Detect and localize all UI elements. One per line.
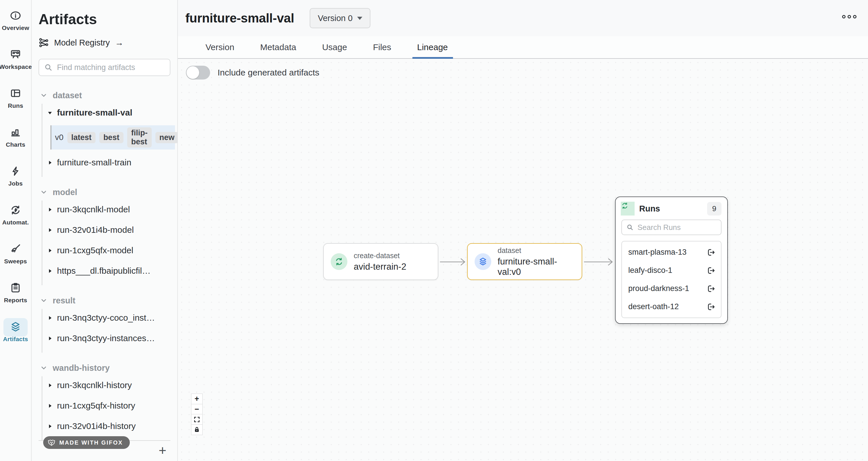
artifacts-sidebar: Artifacts Model Registry → dataset — [32, 0, 178, 461]
open-run-icon[interactable] — [706, 266, 716, 276]
tree-section-header[interactable]: wandb-history — [32, 361, 177, 375]
tree-item-furniture-small-val[interactable]: furniture-small-val — [42, 106, 177, 119]
model-registry-link[interactable]: Model Registry → — [38, 37, 177, 48]
zoom-in-button[interactable]: + — [191, 394, 203, 404]
automation-cycle-icon — [10, 204, 21, 217]
tree-item[interactable]: run-1cxg5qfx-model — [42, 244, 177, 257]
tree-section-wandb-history: wandb-history run-3kqcnlkl-history run-1… — [32, 361, 177, 440]
tree-section-header[interactable]: dataset — [32, 89, 177, 102]
tab-usage[interactable]: Usage — [322, 36, 347, 58]
run-row-smart-plasma-13[interactable]: smart-plasma-13 — [622, 243, 721, 261]
triangle-right-icon — [48, 336, 52, 341]
sidebar-title: Artifacts — [38, 11, 177, 28]
tree-section-header[interactable]: result — [32, 294, 177, 307]
tree-item[interactable]: run-3nq3ctyy-coco_inst… — [42, 311, 177, 324]
version-dropdown-label: Version 0 — [318, 13, 352, 23]
run-sync-icon — [621, 202, 634, 215]
run-sync-icon — [331, 253, 347, 270]
alias-badge: filip-best — [127, 127, 152, 147]
node-type-label: create-dataset — [354, 252, 406, 260]
clipboard-icon — [10, 282, 21, 295]
sidebar-item-charts[interactable]: Charts — [0, 126, 31, 148]
chevron-down-icon — [40, 297, 48, 304]
lock-icon — [193, 426, 200, 433]
sidebar-item-overview[interactable]: Overview — [0, 10, 31, 31]
tree-item-furniture-small-train[interactable]: furniture-small-train — [42, 156, 177, 169]
sidebar-item-sweeps[interactable]: Sweeps — [0, 243, 31, 265]
main-panel: furniture-small-val Version 0 Version Me… — [178, 0, 868, 461]
version-dropdown[interactable]: Version 0 — [310, 8, 370, 28]
menu-dot-icon — [847, 15, 851, 19]
lineage-node-dataset[interactable]: dataset furniture-small-val:v0 — [467, 243, 582, 280]
tree-section-dataset: dataset furniture-small-val v0 latest be… — [32, 89, 177, 177]
add-artifact-button[interactable]: + — [159, 444, 166, 457]
nav-label: Workspace — [0, 63, 32, 70]
sidebar-item-runs[interactable]: Runs — [0, 88, 31, 109]
menu-dot-icon — [853, 15, 857, 19]
toggle-knob — [186, 66, 199, 79]
triangle-right-icon — [48, 207, 52, 212]
open-run-icon[interactable] — [706, 284, 716, 294]
caret-down-icon — [357, 17, 362, 20]
runs-search-input[interactable] — [638, 223, 717, 232]
open-run-icon[interactable] — [706, 302, 716, 312]
alias-badge: latest — [67, 132, 96, 143]
tree-item[interactable]: https___dl.fbaipublicfil… — [42, 264, 177, 278]
nav-label: Reports — [4, 297, 27, 304]
sidebar-item-artifacts[interactable]: Artifacts — [0, 321, 31, 343]
run-row-leafy-disco-1[interactable]: leafy-disco-1 — [622, 261, 721, 280]
dataset-layers-icon — [474, 253, 491, 270]
tree-section-header[interactable]: model — [32, 185, 177, 199]
tree-section-model: model run-3kqcnlkl-model run-32v01i4b-mo… — [32, 185, 177, 285]
bar-chart-icon — [10, 126, 21, 139]
tree-item[interactable]: run-32v01i4b-model — [42, 223, 177, 236]
lock-button[interactable] — [191, 424, 203, 435]
artifact-search-input[interactable] — [57, 63, 165, 72]
tree-item[interactable]: run-32v01i4b-history — [42, 420, 177, 433]
version-row-selected[interactable]: v0 latest best filip-best new — [50, 125, 175, 149]
model-registry-label: Model Registry — [54, 38, 110, 48]
generated-artifacts-toggle-row: Include generated artifacts — [186, 66, 319, 80]
tab-files[interactable]: Files — [373, 36, 391, 58]
node-name: furniture-small-val:v0 — [498, 256, 575, 277]
sidebar-item-jobs[interactable]: Jobs — [0, 165, 31, 187]
runs-panel-title: Runs — [639, 204, 660, 213]
layers-icon — [3, 318, 28, 337]
zoom-out-button[interactable]: − — [191, 404, 203, 414]
tree-item[interactable]: run-3kqcnlkl-model — [42, 203, 177, 216]
lineage-node-create-dataset[interactable]: create-dataset avid-terrain-2 — [323, 243, 438, 280]
include-generated-toggle[interactable] — [186, 66, 210, 80]
nav-label: Charts — [6, 141, 25, 148]
alias-badge: best — [99, 132, 123, 143]
node-name: avid-terrain-2 — [354, 262, 406, 272]
lineage-canvas[interactable]: Include generated artifacts create-datas… — [178, 59, 868, 461]
arrow-right-icon: → — [115, 38, 123, 48]
menu-dot-icon — [842, 15, 845, 19]
runs-count-badge: 9 — [707, 202, 721, 215]
search-icon — [626, 223, 634, 231]
network-icon — [38, 37, 49, 48]
fox-icon — [47, 439, 56, 446]
page-title: furniture-small-val — [185, 11, 294, 25]
run-row-proud-darkness-1[interactable]: proud-darkness-1 — [622, 280, 721, 298]
sidebar-item-reports[interactable]: Reports — [0, 282, 31, 304]
tree-item[interactable]: run-3kqcnlkl-history — [42, 379, 177, 392]
tab-lineage[interactable]: Lineage — [417, 36, 448, 58]
sidebar-item-automations[interactable]: Automat. — [0, 204, 31, 226]
info-icon — [10, 10, 21, 23]
tab-metadata[interactable]: Metadata — [260, 36, 296, 58]
search-icon — [44, 63, 53, 72]
run-row-desert-oath-12[interactable]: desert-oath-12 — [622, 298, 721, 316]
fit-view-button[interactable] — [191, 414, 203, 425]
open-run-icon[interactable] — [706, 248, 716, 257]
tree-item[interactable]: run-1cxg5qfx-history — [42, 399, 177, 412]
sidebar-item-workspace[interactable]: Workspace — [0, 49, 31, 70]
overflow-menu-button[interactable] — [842, 15, 857, 19]
table-icon — [10, 88, 21, 100]
tree-item[interactable]: run-3nq3ctyy-instances… — [42, 332, 177, 345]
tab-version[interactable]: Version — [206, 36, 234, 58]
nav-label: Sweeps — [4, 258, 27, 265]
runs-search — [621, 220, 721, 235]
alias-badge: new — [155, 132, 179, 143]
nav-label: Automat. — [2, 219, 29, 226]
